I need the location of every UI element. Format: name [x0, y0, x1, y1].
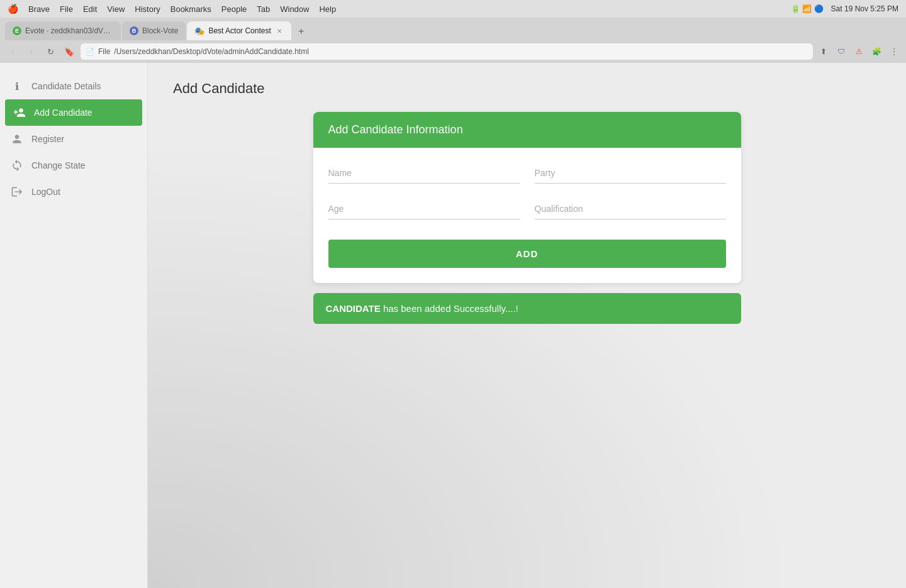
- form-row-1: [328, 163, 726, 184]
- menu-tab[interactable]: Tab: [257, 4, 270, 14]
- macos-bar: 🍎 Brave File Edit View History Bookmarks…: [0, 0, 906, 18]
- sidebar-item-add-candidate[interactable]: Add Candidate: [5, 99, 142, 126]
- age-field: [328, 199, 520, 219]
- tab-blockvote-label: Block-Vote: [142, 26, 178, 35]
- share-icon[interactable]: ⬆: [817, 45, 830, 58]
- content-area: Add Candidate Add Candidate Information: [148, 63, 906, 588]
- add-candidate-card: Add Candidate Information: [313, 112, 741, 283]
- card-body: ADD: [313, 148, 741, 283]
- menu-bookmarks[interactable]: Bookmarks: [171, 4, 211, 14]
- settings-icon[interactable]: ⋮: [887, 45, 901, 58]
- refresh-button[interactable]: ↻: [43, 44, 58, 59]
- alert-icon[interactable]: ⚠: [852, 45, 866, 58]
- menu-edit[interactable]: Edit: [83, 4, 97, 14]
- logout-icon: [10, 185, 24, 199]
- name-input[interactable]: [328, 163, 520, 184]
- apple-logo[interactable]: 🍎: [8, 4, 18, 14]
- sidebar-item-candidate-details[interactable]: ℹ Candidate Details: [0, 73, 147, 99]
- tab-close-icon[interactable]: ✕: [275, 26, 284, 35]
- main-layout: ℹ Candidate Details Add Candidate Regist…: [0, 63, 906, 588]
- success-bold: CANDIDATE: [326, 303, 381, 314]
- success-text: has been added Successfully....!: [381, 303, 518, 314]
- party-input[interactable]: [535, 163, 726, 184]
- sidebar-item-register[interactable]: Register: [0, 126, 147, 152]
- change-state-icon: [10, 158, 24, 172]
- page-title: Add Candidate: [173, 80, 881, 97]
- forward-button[interactable]: ›: [24, 44, 39, 59]
- address-right-icons: ⬆ 🛡 ⚠ 🧩 ⋮: [817, 45, 901, 58]
- menu-help[interactable]: Help: [319, 4, 336, 14]
- tab-blockvote[interactable]: B Block-Vote: [122, 21, 186, 40]
- file-label: File: [98, 47, 110, 56]
- name-field: [328, 163, 520, 184]
- sidebar: ℹ Candidate Details Add Candidate Regist…: [0, 63, 148, 588]
- menu-history[interactable]: History: [135, 4, 160, 14]
- success-message: CANDIDATE has been added Successfully...…: [313, 293, 741, 324]
- macos-menu: 🍎 Brave File Edit View History Bookmarks…: [8, 4, 336, 14]
- macos-right: 🔋 📶 🔵 Sat 19 Nov 5:25 PM: [791, 4, 898, 13]
- qualification-input[interactable]: [535, 199, 726, 219]
- info-icon: ℹ: [10, 79, 24, 93]
- qualification-field: [535, 199, 726, 219]
- sidebar-register-label: Register: [31, 134, 64, 144]
- lock-icon: 📄: [86, 48, 94, 56]
- bookmark-button[interactable]: 🔖: [62, 44, 77, 59]
- menu-view[interactable]: View: [107, 4, 125, 14]
- tab-bestactor-label: Best Actor Contest: [208, 26, 271, 35]
- back-button[interactable]: ‹: [5, 44, 20, 59]
- address-bar[interactable]: 📄 File /Users/zeddkhan/Desktop/dVote/adm…: [81, 43, 813, 60]
- url-text: /Users/zeddkhan/Desktop/dVote/adminAddCa…: [114, 47, 309, 56]
- browser-chrome: E Evote · zeddkhan03/dVote@07d8c… B Bloc…: [0, 18, 906, 63]
- age-input[interactable]: [328, 199, 520, 219]
- add-button[interactable]: ADD: [328, 240, 726, 268]
- menu-file[interactable]: File: [60, 4, 73, 14]
- tab-evote[interactable]: E Evote · zeddkhan03/dVote@07d8c…: [5, 21, 121, 40]
- sidebar-add-candidate-label: Add Candidate: [34, 108, 92, 118]
- sidebar-change-state-label: Change State: [31, 160, 86, 170]
- register-icon: [10, 132, 24, 146]
- address-row: ‹ › ↻ 🔖 📄 File /Users/zeddkhan/Desktop/d…: [0, 40, 906, 63]
- add-person-icon: [13, 106, 26, 119]
- datetime: Sat 19 Nov 5:25 PM: [831, 4, 898, 13]
- new-tab-button[interactable]: +: [293, 23, 310, 40]
- sidebar-candidate-details-label: Candidate Details: [31, 81, 101, 91]
- card-header: Add Candidate Information: [313, 112, 741, 148]
- menu-people[interactable]: People: [221, 4, 247, 14]
- system-icons: 🔋 📶 🔵: [791, 4, 824, 13]
- tab-bar: E Evote · zeddkhan03/dVote@07d8c… B Bloc…: [0, 18, 906, 40]
- tab-bestactor[interactable]: 🎭 Best Actor Contest ✕: [187, 21, 291, 40]
- sidebar-item-change-state[interactable]: Change State: [0, 152, 147, 179]
- extensions-icon[interactable]: 🧩: [870, 45, 883, 58]
- shield-icon[interactable]: 🛡: [834, 45, 848, 58]
- sidebar-item-logout[interactable]: LogOut: [0, 179, 147, 205]
- form-row-2: [328, 199, 726, 219]
- party-field: [535, 163, 726, 184]
- menu-window[interactable]: Window: [280, 4, 309, 14]
- menu-brave[interactable]: Brave: [28, 4, 50, 14]
- sidebar-logout-label: LogOut: [31, 187, 60, 197]
- tab-evote-label: Evote · zeddkhan03/dVote@07d8c…: [25, 26, 113, 35]
